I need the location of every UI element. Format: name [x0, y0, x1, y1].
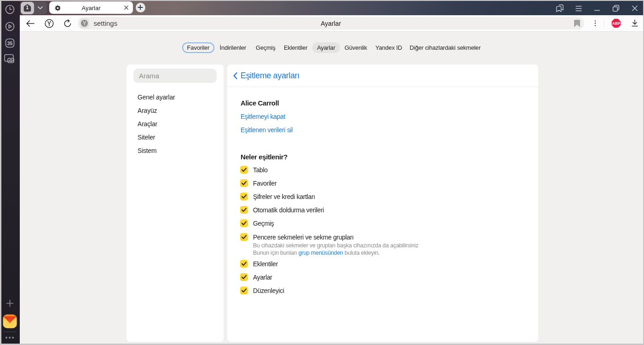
- sync-note-line2: Bunun için bunları grup menüsünden bulut…: [253, 250, 380, 256]
- menu-item-tools[interactable]: Araçlar: [138, 117, 157, 131]
- browser-side-panel: 35: [1, 1, 20, 344]
- checkbox-checked[interactable]: [240, 260, 248, 268]
- sync-panel-title[interactable]: Eşitleme ayarları: [241, 71, 299, 81]
- account-name: Alice Carroll: [241, 99, 279, 107]
- screenshot-icon[interactable]: [1, 53, 18, 64]
- settings-search-input[interactable]: [133, 69, 217, 83]
- toolbar-more-icon[interactable]: [592, 15, 599, 31]
- menu-hamburger-icon[interactable]: [575, 4, 583, 12]
- checkmark-icon: [240, 260, 248, 268]
- checkbox-checked[interactable]: [240, 273, 248, 281]
- sidebar-divider: [3, 332, 16, 332]
- checkmark-icon: [240, 273, 248, 281]
- browser-window: 35: [0, 0, 644, 345]
- restore-button[interactable]: [612, 4, 620, 12]
- checkbox-checked[interactable]: [240, 287, 248, 294]
- checkbox-checked[interactable]: [240, 179, 248, 187]
- nav-tab-security[interactable]: Güvenlik: [345, 42, 367, 53]
- nav-tab-other-devices[interactable]: Diğer cihazlardaki sekmeler: [410, 42, 481, 53]
- nav-tab-yandex-id[interactable]: Yandex ID: [375, 42, 402, 53]
- checkmark-icon: [240, 233, 248, 241]
- checkbox-checked[interactable]: [240, 206, 248, 214]
- history-clock-icon[interactable]: [1, 5, 18, 14]
- address-bar[interactable]: settings Ayarlar: [78, 17, 585, 29]
- tab-group-control: 1: [21, 2, 47, 14]
- address-toolbar: settings Ayarlar ABP: [20, 15, 643, 32]
- adblock-plus-icon[interactable]: ABP: [611, 15, 621, 31]
- checkmark-icon: [240, 206, 248, 214]
- close-button[interactable]: [631, 4, 639, 12]
- sync-note-line1: Bu cihazdaki sekmeler ve grupları başka …: [253, 242, 419, 249]
- back-chevron-icon[interactable]: [233, 72, 237, 79]
- nav-tab-extensions[interactable]: Eklentiler: [284, 42, 307, 53]
- sync-settings-card: Eşitleme ayarları Alice Carroll Eşitleme…: [227, 64, 538, 342]
- minimize-button[interactable]: [593, 4, 601, 12]
- window-frame-top: [0, 0, 644, 1]
- checkbox-checked[interactable]: [240, 193, 248, 200]
- menu-item-general[interactable]: Genel ayarlar: [138, 91, 175, 104]
- checkmark-icon: [240, 193, 248, 200]
- refresh-icon[interactable]: [63, 15, 72, 31]
- tab-title: Ayarlar: [49, 5, 133, 12]
- nav-tab-favorites[interactable]: Favoriler: [182, 42, 214, 53]
- back-icon[interactable]: [26, 15, 35, 31]
- tab-close-icon[interactable]: [124, 6, 128, 10]
- menu-item-sites[interactable]: Siteler: [138, 131, 155, 144]
- nav-tab-settings[interactable]: Ayarlar: [312, 42, 340, 53]
- checkbox-checked[interactable]: [240, 166, 248, 174]
- video-play-icon[interactable]: [1, 22, 18, 31]
- toolbar-divider: [604, 20, 604, 27]
- checkmark-icon: [240, 287, 248, 294]
- download-icon[interactable]: [630, 15, 640, 31]
- tabs-counter-icon[interactable]: 35: [1, 38, 18, 48]
- all-tabs-button[interactable]: 1: [21, 2, 34, 14]
- settings-page: Favoriler İndirilenler Geçmiş Eklentiler…: [20, 32, 643, 344]
- checkbox-checked[interactable]: [240, 219, 248, 227]
- checkmark-icon: [240, 219, 248, 227]
- disable-sync-link[interactable]: Eşitlemeyi kapat: [241, 113, 285, 120]
- nav-tab-history[interactable]: Geçmiş: [256, 42, 276, 53]
- page-title-centered: Ayarlar: [78, 20, 585, 27]
- yandex-search-icon[interactable]: [45, 15, 54, 31]
- bookmark-icon[interactable]: [574, 20, 580, 27]
- sidebar-add-icon[interactable]: [1, 299, 18, 307]
- titlebar: 1 Ayarlar: [20, 1, 643, 15]
- new-tab-button[interactable]: [136, 3, 145, 12]
- delete-synced-data-link[interactable]: Eşitlenen verileri sil: [241, 126, 293, 134]
- svg-text:ABP: ABP: [612, 21, 620, 26]
- window-frame-left: [0, 0, 1, 345]
- sync-panel-header: Eşitleme ayarları: [227, 64, 538, 87]
- checkmark-icon: [240, 179, 248, 187]
- yandex-mail-icon[interactable]: [1, 314, 18, 328]
- menu-item-system[interactable]: Sistem: [138, 144, 157, 158]
- browser-tab-active[interactable]: Ayarlar: [49, 1, 133, 14]
- menu-item-interface[interactable]: Arayüz: [138, 104, 157, 117]
- group-menu-link[interactable]: grup menüsünden: [299, 250, 343, 256]
- tab-count: 1: [23, 5, 31, 10]
- plus-icon: [138, 5, 143, 10]
- tabs-chevron-down-icon[interactable]: [34, 2, 47, 14]
- checkmark-icon: [240, 166, 248, 174]
- checkbox-checked[interactable]: [240, 233, 248, 241]
- collections-icon[interactable]: [556, 4, 564, 12]
- nav-tab-downloads[interactable]: İndirilenler: [220, 42, 247, 53]
- settings-menu-card: Genel ayarlar Arayüz Araçlar Siteler Sis…: [126, 64, 224, 342]
- sync-what-heading: Neler eşitlenir?: [241, 153, 288, 161]
- sidebar-more-icon[interactable]: [1, 337, 18, 339]
- svg-text:35: 35: [7, 41, 12, 46]
